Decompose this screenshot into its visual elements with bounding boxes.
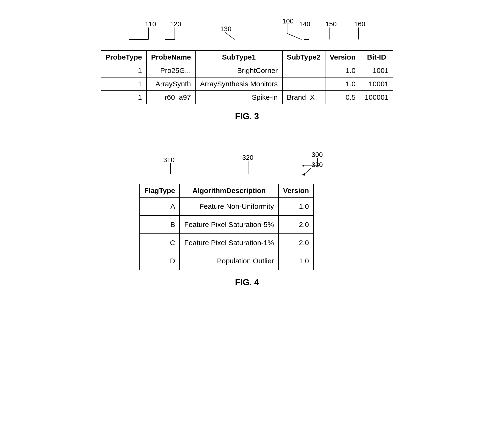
fig4-table: FlagType AlgorithmDescription Version A … <box>139 184 314 270</box>
fig4-r3-flagtype: C <box>140 234 180 252</box>
svg-text:120: 120 <box>170 20 181 28</box>
fig3-section: 110 spacer 120 130 100 140 <box>101 19 393 122</box>
fig4-r1-version: 1.0 <box>279 197 313 215</box>
fig3-callout-svg: 110 spacer 120 130 100 140 <box>101 19 388 50</box>
fig4-outer: 310 320 300 330 <box>139 150 355 270</box>
svg-text:150: 150 <box>325 20 337 28</box>
fig3-row-1: 1 Pro25G... BrightCorner 1.0 1001 <box>101 64 393 77</box>
fig3-r3-subtype2: Brand_X <box>282 91 325 104</box>
fig4-r1-algdesc: Feature Non-Uniformity <box>180 197 278 215</box>
fig3-r1-bitid: 1001 <box>360 64 393 77</box>
fig3-r3-bitid: 100001 <box>360 91 393 104</box>
fig3-header-probename: ProbeName <box>147 50 196 64</box>
fig3-r2-subtype2 <box>282 77 325 91</box>
fig3-table: ProbeType ProbeName SubType1 SubType2 Ve… <box>101 50 393 104</box>
svg-text:330: 330 <box>311 161 323 168</box>
fig3-caption: FIG. 3 <box>101 112 393 122</box>
fig4-r1-flagtype: A <box>140 197 180 215</box>
fig3-r2-probetype: 1 <box>101 77 147 91</box>
svg-text:140: 140 <box>299 20 310 28</box>
fig3-header-version: Version <box>325 50 360 64</box>
fig3-r1-subtype2 <box>282 64 325 77</box>
fig3-r1-probetype: 1 <box>101 64 147 77</box>
fig3-r1-subtype1: BrightCorner <box>195 64 282 77</box>
svg-text:300: 300 <box>311 151 323 158</box>
page-container: 110 spacer 120 130 100 140 <box>0 0 494 448</box>
fig4-row-3: C Feature Pixel Saturation-1% 2.0 <box>140 234 313 252</box>
svg-text:160: 160 <box>354 20 365 28</box>
svg-text:320: 320 <box>242 154 253 161</box>
fig4-header-version: Version <box>279 184 313 197</box>
fig4-header-flagtype: FlagType <box>140 184 180 197</box>
fig3-r3-version: 0.5 <box>325 91 360 104</box>
fig3-header-subtype1: SubType1 <box>195 50 282 64</box>
fig4-callout-svg: 310 320 300 330 <box>139 150 355 184</box>
fig3-r2-probename: ArraySynth <box>147 77 196 91</box>
fig4-r4-flagtype: D <box>140 252 180 270</box>
fig3-r3-probename: r60_a97 <box>147 91 196 104</box>
svg-marker-27 <box>302 164 304 167</box>
fig3-r2-version: 1.0 <box>325 77 360 91</box>
svg-marker-30 <box>302 173 305 176</box>
fig3-header-subtype2: SubType2 <box>282 50 325 64</box>
svg-line-29 <box>304 168 311 174</box>
fig3-outer: 110 spacer 120 130 100 140 <box>101 19 393 104</box>
svg-line-8 <box>225 32 235 39</box>
fig3-r2-bitid: 10001 <box>360 77 393 91</box>
fig4-r2-flagtype: B <box>140 215 180 234</box>
fig3-r1-probename: Pro25G... <box>147 64 196 77</box>
svg-text:310: 310 <box>163 156 174 164</box>
svg-text:110: 110 <box>145 20 156 28</box>
fig3-row-2: 1 ArraySynth ArraySynthesis Monitors 1.0… <box>101 77 393 91</box>
svg-text:130: 130 <box>220 25 232 33</box>
fig4-row-4: D Population Outlier 1.0 <box>140 252 313 270</box>
fig3-r3-probetype: 1 <box>101 91 147 104</box>
fig3-header-bitid: Bit-ID <box>360 50 393 64</box>
fig3-r1-version: 1.0 <box>325 64 360 77</box>
fig4-caption: FIG. 4 <box>139 277 355 287</box>
fig4-r2-version: 2.0 <box>279 215 313 234</box>
fig4-r2-algdesc: Feature Pixel Saturation-5% <box>180 215 278 234</box>
fig4-row-2: B Feature Pixel Saturation-5% 2.0 <box>140 215 313 234</box>
fig4-r3-algdesc: Feature Pixel Saturation-1% <box>180 234 278 252</box>
svg-line-11 <box>287 34 301 39</box>
fig4-r4-version: 1.0 <box>279 252 313 270</box>
fig3-header-probetype: ProbeType <box>101 50 147 64</box>
fig4-header-algdesc: AlgorithmDescription <box>180 184 278 197</box>
fig3-row-3: 1 r60_a97 Spike-in Brand_X 0.5 100001 <box>101 91 393 104</box>
fig3-r3-subtype1: Spike-in <box>195 91 282 104</box>
fig4-r4-algdesc: Population Outlier <box>180 252 278 270</box>
fig4-section: 310 320 300 330 <box>139 150 355 287</box>
svg-text:100: 100 <box>282 19 294 25</box>
fig4-row-1: A Feature Non-Uniformity 1.0 <box>140 197 313 215</box>
fig3-r2-subtype1: ArraySynthesis Monitors <box>195 77 282 91</box>
svg-text:spacer: spacer <box>103 24 106 25</box>
fig4-r3-version: 2.0 <box>279 234 313 252</box>
